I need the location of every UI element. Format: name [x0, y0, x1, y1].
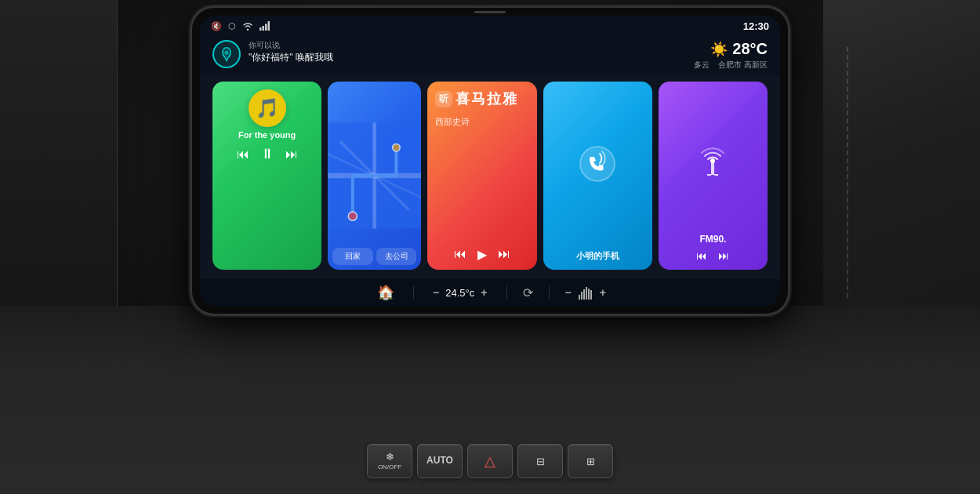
ac-icon: ❄	[386, 451, 394, 463]
svg-rect-13	[711, 162, 714, 175]
song-title: For the young	[220, 130, 314, 140]
fan-icon	[578, 285, 593, 300]
svg-rect-2	[265, 24, 267, 31]
defrost-front-button[interactable]: ⊞	[568, 444, 613, 478]
radio-controls: ⏮ ⏭	[666, 249, 760, 262]
work-dest-button[interactable]: 去公司	[376, 248, 417, 265]
nav-dest-buttons: 回家 去公司	[332, 248, 416, 265]
defrost-front-icon: ⊞	[586, 456, 595, 467]
temp-control: − 24.5°c +	[420, 286, 499, 299]
divider-2	[506, 286, 507, 299]
top-section: 你可以说 "你好福特" 唤醒我哦 ☀️ 28°C 多云 合肥市 高新区	[200, 35, 780, 75]
ximalaya-brand: 喜马拉雅	[456, 89, 518, 108]
assistant-area: 你可以说 "你好福特" 唤醒我哦	[212, 40, 333, 68]
ximalaya-song: 西部史诗	[435, 116, 528, 241]
divider-1	[413, 286, 414, 299]
fan-decrease-button[interactable]: −	[565, 286, 572, 299]
weather-area: ☀️ 28°C 多云 合肥市 高新区	[694, 40, 768, 71]
phone-icon	[578, 144, 617, 191]
control-buttons-row: ❄ ON/OFF AUTO △ ⊟ ⊞	[367, 444, 613, 478]
assistant-icon	[212, 40, 241, 68]
radio-icon-area	[666, 89, 760, 231]
assistant-text: 你可以说 "你好福特" 唤醒我哦	[249, 40, 333, 64]
svg-rect-21	[588, 289, 590, 300]
radio-station: FM90.	[666, 234, 760, 245]
ximalaya-logo: 听 喜马拉雅	[435, 89, 528, 108]
ac-button[interactable]: ❄ ON/OFF	[367, 444, 412, 478]
ximalaya-icon-box: 听	[435, 91, 452, 107]
svg-point-4	[225, 51, 229, 55]
svg-rect-0	[260, 27, 262, 31]
hazard-icon: △	[485, 452, 495, 470]
next-button[interactable]: ⏭	[285, 147, 298, 162]
radio-prev[interactable]: ⏮	[696, 249, 707, 262]
svg-point-12	[580, 147, 615, 181]
weather-condition: 多云 合肥市 高新区	[694, 60, 768, 71]
phone-card[interactable]: 小明的手机	[543, 82, 652, 270]
nav-content: 回家 去公司	[328, 82, 421, 270]
svg-rect-22	[590, 290, 592, 300]
weather-top: ☀️ 28°C	[710, 40, 768, 58]
temp-increase-button[interactable]: +	[481, 286, 487, 299]
assistant-hint: 你可以说	[249, 40, 333, 51]
ximalaya-play[interactable]: ▶	[477, 247, 487, 262]
ximalaya-card[interactable]: 听 喜马拉雅 西部史诗 ⏮ ▶ ⏭	[427, 82, 536, 270]
status-right: 12:30	[743, 20, 769, 32]
auto-button[interactable]: AUTO	[417, 444, 463, 478]
radio-next[interactable]: ⏭	[718, 249, 729, 262]
divider-3	[549, 286, 550, 299]
signal-icon	[260, 21, 270, 32]
phone-contact: 小明的手机	[551, 250, 644, 262]
time-display: 12:30	[743, 20, 769, 32]
svg-rect-17	[579, 295, 580, 300]
temp-decrease-button[interactable]: −	[433, 286, 439, 299]
nav-card[interactable]: 回家 去公司	[328, 82, 421, 270]
fan-increase-button[interactable]: +	[600, 286, 606, 299]
temperature: 28°C	[732, 40, 768, 58]
home-button[interactable]: 🏠	[365, 284, 407, 301]
svg-rect-3	[268, 21, 270, 31]
svg-point-16	[710, 158, 715, 163]
home-dest-button[interactable]: 回家	[332, 248, 373, 265]
weather-icon: ☀️	[710, 41, 728, 58]
prev-button[interactable]: ⏮	[237, 147, 249, 162]
dashboard-bottom: ❄ ON/OFF AUTO △ ⊟ ⊞	[0, 306, 980, 494]
svg-rect-19	[583, 289, 585, 300]
ximalaya-next[interactable]: ⏭	[498, 247, 510, 262]
screen-content: 你可以说 "你好福特" 唤醒我哦 ☀️ 28°C 多云 合肥市 高新区	[200, 35, 780, 306]
defrost-rear-button[interactable]: ⊟	[517, 444, 563, 478]
bluetooth-icon: ⬡	[228, 21, 236, 31]
svg-rect-18	[581, 292, 583, 300]
pause-button[interactable]: ⏸	[260, 146, 274, 162]
ac-label: ON/OFF	[378, 464, 401, 471]
svg-rect-20	[586, 287, 587, 300]
bottom-bar: 🏠 − 24.5°c + ⟳ −	[200, 279, 780, 306]
volume-icon: 🔇	[211, 21, 222, 31]
status-bar: 🔇 ⬡	[200, 16, 780, 35]
radio-card[interactable]: FM90. ⏮ ⏭	[659, 82, 768, 270]
music-app-icon: 🎵	[249, 89, 286, 127]
wifi-icon	[242, 21, 253, 32]
music-card[interactable]: 🎵 For the young ⏮ ⏸ ⏭	[212, 82, 321, 270]
ximalaya-prev[interactable]: ⏮	[454, 247, 466, 262]
phone-icon-area	[551, 89, 644, 245]
status-left: 🔇 ⬡	[211, 21, 270, 32]
svg-rect-1	[263, 26, 265, 31]
app-grid: 🎵 For the young ⏮ ⏸ ⏭	[200, 75, 780, 279]
recirculate-button[interactable]: ⟳	[514, 285, 543, 300]
ximalaya-controls: ⏮ ▶ ⏭	[435, 247, 528, 262]
auto-label: AUTO	[426, 456, 453, 466]
music-controls: ⏮ ⏸ ⏭	[220, 146, 314, 162]
temp-value: 24.5°c	[445, 287, 474, 299]
screen-pill	[474, 11, 506, 13]
hazard-button[interactable]: △	[467, 444, 513, 478]
assistant-phrase: "你好福特" 唤醒我哦	[249, 51, 333, 64]
screen-bezel: 🔇 ⬡	[192, 8, 788, 314]
fan-control: − +	[556, 285, 615, 300]
defrost-rear-icon: ⊟	[536, 456, 545, 467]
infotainment-screen: 🔇 ⬡	[200, 16, 780, 306]
car-interior: ❄ ON/OFF AUTO △ ⊟ ⊞ 🔇	[0, 0, 980, 494]
